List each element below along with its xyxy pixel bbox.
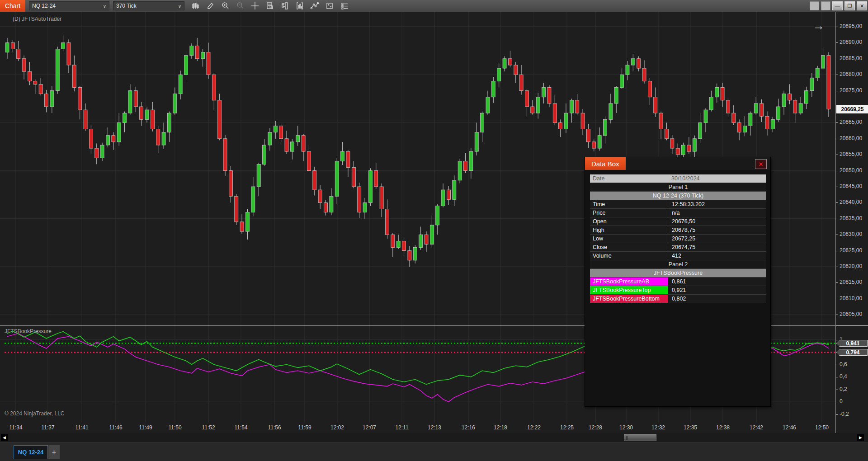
indicators-icon[interactable] bbox=[294, 1, 305, 11]
scrollbar-thumb[interactable] bbox=[624, 434, 656, 441]
candle-body bbox=[469, 151, 473, 170]
instrument-link-icon[interactable] bbox=[810, 1, 819, 10]
instrument-dropdown[interactable]: NQ 12-24 ∨ bbox=[29, 1, 109, 10]
strategies-icon[interactable] bbox=[324, 1, 335, 11]
candle-body bbox=[458, 161, 462, 180]
candle-body bbox=[218, 100, 222, 139]
databox-series-row: JFTSBookPressureBottom0,802 bbox=[590, 295, 766, 303]
price-axis-label: 20660,00 bbox=[840, 135, 862, 141]
indicator-axis-tick bbox=[836, 390, 838, 390]
chart-menu-button[interactable]: Chart bbox=[0, 0, 25, 12]
chart-series-label: (D) JFTSAutoTrader bbox=[13, 16, 61, 22]
candle-body bbox=[726, 100, 730, 113]
databox-field-value: 412 bbox=[668, 252, 766, 260]
price-axis-tick bbox=[836, 235, 838, 235]
price-axis-tick bbox=[836, 27, 838, 27]
horizontal-scrollbar[interactable]: ◀ ▶ bbox=[0, 433, 868, 442]
restore-button[interactable]: ❐ bbox=[844, 1, 855, 10]
time-axis-label: 12:22 bbox=[527, 424, 541, 431]
databox-field-row: Time12:58:33.202 bbox=[590, 200, 766, 209]
time-axis-label: 11:50 bbox=[168, 424, 181, 431]
candle-body bbox=[788, 94, 791, 100]
candle-body bbox=[581, 113, 585, 129]
price-axis-tick bbox=[836, 122, 838, 123]
candle-body bbox=[45, 94, 48, 107]
chart-trader-icon[interactable] bbox=[279, 1, 290, 11]
candle-body bbox=[508, 59, 512, 65]
properties-icon[interactable] bbox=[339, 1, 350, 11]
candle-body bbox=[654, 97, 657, 113]
databox-field-label: Time bbox=[590, 200, 668, 208]
instrument-dropdown-value: NQ 12-24 bbox=[32, 3, 56, 9]
databox-panel1-header: Panel 1 bbox=[590, 183, 766, 192]
time-axis-label: 12:42 bbox=[750, 424, 763, 431]
databox-field-row: Close20674,75 bbox=[590, 243, 766, 252]
time-axis[interactable]: 11:3411:3711:4111:4611:4911:5011:5211:54… bbox=[0, 423, 835, 433]
data-box-close-icon[interactable]: ✕ bbox=[755, 159, 767, 169]
tab-nq-12-24[interactable]: NQ 12-24 bbox=[14, 445, 48, 459]
candle-body bbox=[352, 168, 355, 187]
time-axis-label: 11:49 bbox=[139, 424, 152, 431]
candle-body bbox=[525, 91, 528, 107]
price-axis-label: 20615,00 bbox=[840, 279, 862, 285]
data-box-icon[interactable] bbox=[264, 1, 275, 11]
candle-body bbox=[341, 151, 344, 161]
pencil-icon[interactable] bbox=[205, 1, 216, 11]
scrollbar-left-arrow-icon[interactable]: ◀ bbox=[1, 434, 8, 441]
candle-body bbox=[274, 126, 277, 132]
price-axis[interactable]: 20695,0020690,0020685,0020680,0020675,00… bbox=[835, 12, 868, 433]
price-axis-tick bbox=[836, 155, 838, 155]
data-box-header[interactable]: Data Box ✕ bbox=[585, 157, 770, 170]
candle-body bbox=[676, 148, 679, 155]
databox-field-row: Open20676,50 bbox=[590, 217, 766, 226]
indicator-axis-label: 0,4 bbox=[840, 373, 847, 380]
candle-body bbox=[804, 91, 808, 103]
candle-body bbox=[313, 171, 316, 190]
price-axis-label: 20625,00 bbox=[840, 247, 862, 254]
scroll-to-latest-arrow-icon[interactable]: → bbox=[813, 20, 825, 32]
candle-body bbox=[609, 103, 613, 119]
zoom-in-icon[interactable] bbox=[220, 1, 231, 11]
candle-body bbox=[296, 136, 300, 142]
candle-body bbox=[302, 136, 305, 151]
databox-date-row: Date30/10/2024 bbox=[590, 174, 766, 183]
candle-body bbox=[503, 59, 506, 68]
chart-style-icon[interactable] bbox=[190, 1, 201, 11]
crosshair-icon[interactable] bbox=[250, 1, 260, 11]
databox-field-value: 20676,50 bbox=[668, 217, 766, 226]
ninjatrader-chart-window: Chart NQ 12-24 ∨ 370 Tick ∨ — ❐ ✕ (D) JF… bbox=[0, 0, 868, 461]
price-axis-tick bbox=[836, 139, 838, 139]
candle-body bbox=[385, 209, 389, 235]
candle-body bbox=[402, 241, 406, 250]
interval-link-icon[interactable] bbox=[821, 1, 830, 10]
close-button[interactable]: ✕ bbox=[857, 1, 867, 10]
interval-dropdown[interactable]: 370 Tick ∨ bbox=[113, 1, 184, 10]
candle-body bbox=[263, 145, 266, 164]
candle-body bbox=[346, 151, 350, 167]
candle-body bbox=[39, 84, 42, 94]
databox-field-label: Low bbox=[590, 235, 668, 243]
candle-body bbox=[251, 187, 255, 212]
minimize-button[interactable]: — bbox=[832, 1, 843, 10]
time-axis-label: 12:38 bbox=[716, 424, 730, 431]
zoom-out-icon[interactable] bbox=[235, 1, 245, 11]
candle-body bbox=[195, 46, 199, 58]
time-axis-label: 12:46 bbox=[783, 424, 796, 431]
candle-body bbox=[827, 56, 830, 109]
candle-body bbox=[564, 113, 568, 129]
price-axis-label: 20675,00 bbox=[840, 87, 862, 94]
candle-body bbox=[61, 42, 65, 49]
candle-body bbox=[598, 136, 601, 148]
drawing-tools-icon[interactable] bbox=[309, 1, 320, 11]
data-box-window[interactable]: Data Box ✕ Date30/10/2024Panel 1NQ 12-24… bbox=[585, 157, 771, 407]
candle-body bbox=[687, 145, 691, 151]
databox-field-label: JFTSBookPressureAB bbox=[590, 278, 668, 286]
candle-body bbox=[698, 122, 702, 138]
scrollbar-right-arrow-icon[interactable]: ▶ bbox=[857, 434, 864, 441]
candle-body bbox=[693, 139, 696, 151]
add-tab-button[interactable]: + bbox=[48, 445, 60, 459]
candle-body bbox=[765, 116, 769, 129]
candle-body bbox=[419, 235, 423, 247]
candle-body bbox=[810, 78, 814, 90]
price-axis-label: 20620,00 bbox=[840, 263, 862, 269]
